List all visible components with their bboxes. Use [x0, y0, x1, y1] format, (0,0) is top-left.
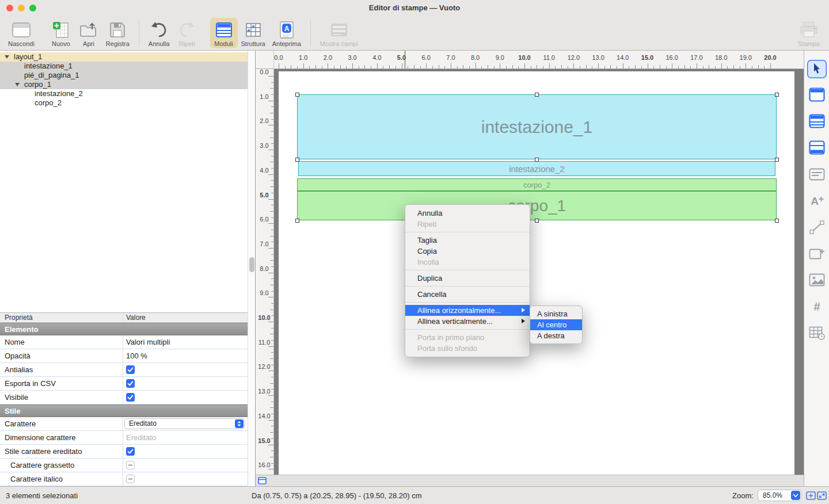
tree-item-intestazione_1[interactable]: intestazione_1 — [0, 62, 248, 71]
checkbox-checked-icon[interactable] — [126, 365, 135, 374]
toolbar-button-annulla[interactable]: Annulla — [145, 18, 173, 48]
ruler-tick — [617, 66, 617, 68]
property-value: Ereditato — [126, 433, 156, 442]
disclosure-triangle-icon[interactable] — [5, 55, 9, 59]
band-intestazione_1[interactable]: intestazione_1 — [297, 94, 777, 159]
ruler-tick — [270, 260, 273, 261]
menu-separator — [405, 286, 530, 287]
disclosure-triangle-icon[interactable] — [15, 83, 20, 86]
modules-icon — [215, 20, 233, 40]
checkbox-checked-icon[interactable] — [126, 393, 135, 402]
property-label: Esporta in CSV — [5, 379, 56, 388]
zoom-dropdown-icon[interactable] — [791, 491, 800, 500]
property-row-carattere: CarattereEreditato — [0, 417, 248, 431]
tool-band-header-tool[interactable] — [807, 86, 827, 105]
menu-item-allinea-orizzontalmente[interactable]: Allinea orizzontalmente... — [405, 305, 530, 316]
ruler-tick — [271, 254, 273, 255]
menu-item-a-sinistra[interactable]: A sinistra — [530, 308, 582, 319]
property-label: Antialias — [5, 365, 33, 374]
ruler-tick — [383, 66, 383, 68]
menu-item-cancella[interactable]: Cancella — [405, 289, 530, 300]
toolbar-button-anteprima[interactable]: AAnteprima — [269, 18, 305, 48]
scrollbar-thumb[interactable] — [249, 257, 254, 272]
menu-item-a-destra[interactable]: A destra — [530, 330, 582, 341]
rectangle-tool-icon — [809, 247, 825, 262]
ruler-tick — [322, 66, 322, 68]
fit-width-icon[interactable] — [806, 491, 816, 502]
band-corpo_1[interactable]: corpo_1 — [297, 191, 777, 220]
tree-item-label: pié_di_pagina_1 — [24, 71, 79, 80]
ruler-tick — [303, 63, 304, 68]
tool-band-detail-tool[interactable] — [807, 113, 827, 131]
selection-handle[interactable] — [535, 158, 539, 162]
ruler-tick — [414, 65, 414, 68]
ruler-tick — [389, 65, 390, 68]
fit-page-icon[interactable] — [817, 491, 827, 502]
checkbox-mixed-icon[interactable] — [126, 475, 135, 483]
checkbox-checked-icon[interactable] — [126, 379, 135, 388]
tree-item-corpo_1[interactable]: corpo_1 — [0, 80, 248, 89]
ruler-label: 7.0 — [256, 240, 273, 247]
ruler-tick — [270, 358, 273, 359]
tool-label-tool — [807, 166, 827, 184]
toolbar-button-nascondi[interactable]: Nascondi — [5, 18, 38, 48]
toolbar-button-apri[interactable]: Apri — [75, 18, 102, 48]
canvas-viewport[interactable]: intestazione_1intestazione_2corpo_2corpo… — [274, 69, 804, 475]
toolbar-button-moduli[interactable]: Moduli — [210, 18, 238, 48]
ruler-label: 6.0 — [256, 216, 273, 223]
ruler-tick — [537, 65, 537, 68]
tool-cursor-tool[interactable] — [807, 60, 827, 78]
property-label: Nome — [5, 338, 25, 346]
band-corpo_2[interactable]: corpo_2 — [297, 178, 777, 191]
tree-item-corpo_2[interactable]: corpo_2 — [0, 98, 248, 108]
checkbox-checked-icon[interactable] — [126, 447, 135, 456]
toolbar-button-registra[interactable]: Registra — [102, 18, 133, 48]
ruler-tick — [500, 63, 500, 68]
ruler-tick — [439, 65, 439, 68]
left-panel-scrollbar[interactable] — [248, 51, 256, 486]
menu-item-allinea-verticalmente[interactable]: Allinea verticalmente... — [405, 316, 530, 327]
property-label: Carattere grassetto — [10, 461, 74, 469]
toolbar-button-struttura[interactable]: Struttura — [238, 18, 269, 48]
band-indicator-icon[interactable] — [258, 477, 267, 486]
tool-band-footer-tool[interactable] — [807, 139, 827, 158]
ruler-tick — [402, 63, 402, 68]
menu-item-duplica[interactable]: Duplica — [405, 273, 530, 284]
ruler-tick — [268, 469, 273, 469]
tree-item-layout_1[interactable]: layout_1 — [0, 52, 248, 62]
ruler-tick — [270, 88, 273, 89]
band-label: corpo_2 — [523, 181, 550, 189]
menu-item-al-centro[interactable]: Al centro — [530, 319, 582, 330]
menu-separator — [405, 329, 530, 330]
band-intestazione_2[interactable]: intestazione_2 — [298, 161, 775, 176]
submenu-arrow-icon — [522, 308, 525, 312]
selection-handle[interactable] — [295, 93, 299, 97]
checkbox-mixed-icon[interactable] — [126, 461, 135, 469]
zoom-select[interactable]: 85.0% — [758, 490, 801, 501]
ruler-tick — [364, 65, 365, 68]
property-value[interactable]: Valori multipli — [126, 338, 170, 346]
menu-item-copia[interactable]: Copia — [405, 246, 530, 257]
ruler-tick — [268, 273, 273, 273]
toolbar-button-nuovo[interactable]: Nuovo — [47, 18, 75, 48]
selection-handle[interactable] — [775, 93, 779, 97]
selection-handle[interactable] — [775, 158, 779, 162]
selection-handle[interactable] — [295, 219, 299, 223]
tool-number-field-tool: # — [807, 298, 827, 316]
property-value[interactable]: 100 % — [126, 352, 147, 360]
font-select[interactable]: Ereditato — [124, 418, 245, 429]
selection-handle[interactable] — [535, 93, 539, 97]
page[interactable]: intestazione_1intestazione_2corpo_2corpo… — [279, 71, 794, 475]
selection-handle[interactable] — [295, 158, 299, 162]
select-arrows-icon[interactable] — [235, 419, 244, 428]
selection-handle[interactable] — [775, 219, 779, 223]
menu-item-taglia[interactable]: Taglia — [405, 235, 530, 246]
menu-item-porta-in-primo-piano: Porta in primo piano — [405, 332, 530, 343]
toolbar-button-label: Stampa — [798, 40, 820, 47]
tree-item-intestazione_2[interactable]: intestazione_2 — [0, 89, 248, 98]
ruler-label: 12.0 — [564, 54, 583, 61]
label-tool-icon — [809, 168, 825, 182]
selection-handle[interactable] — [535, 219, 539, 223]
tree-item-pi-_di_pagina_1[interactable]: pié_di_pagina_1 — [0, 71, 248, 80]
menu-item-annulla[interactable]: Annulla — [405, 208, 530, 219]
